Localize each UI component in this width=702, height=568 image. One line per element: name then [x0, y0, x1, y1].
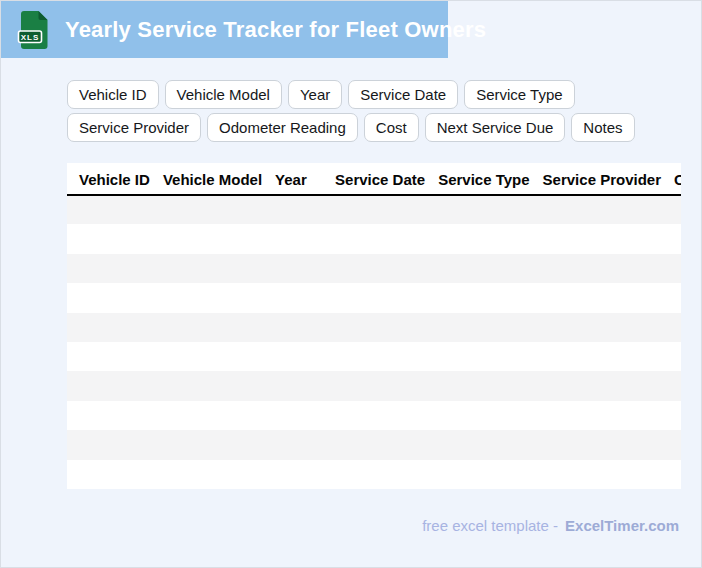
table-cell	[329, 430, 432, 459]
table-row	[67, 254, 681, 283]
column-header: Odometer Reading	[668, 163, 682, 195]
table-cell	[156, 224, 268, 253]
table-row	[67, 342, 681, 371]
table-cell	[432, 224, 536, 253]
table-row	[67, 224, 681, 253]
table-cell	[668, 313, 682, 342]
table-cell	[269, 401, 329, 430]
table-cell	[329, 401, 432, 430]
table-row	[67, 401, 681, 430]
footer-text: free excel template -	[422, 517, 558, 534]
table-cell	[67, 195, 156, 224]
table-cell	[329, 195, 432, 224]
table-cell	[67, 254, 156, 283]
field-chips: Vehicle IDVehicle ModelYearService DateS…	[67, 80, 689, 142]
table-cell	[269, 430, 329, 459]
table-cell	[536, 195, 667, 224]
table-cell	[156, 254, 268, 283]
table-cell	[156, 460, 268, 489]
field-chip[interactable]: Vehicle Model	[165, 80, 282, 109]
field-chip[interactable]: Service Provider	[67, 113, 201, 142]
table-cell	[536, 460, 667, 489]
table-cell	[269, 371, 329, 400]
table-cell	[432, 254, 536, 283]
field-chip[interactable]: Cost	[364, 113, 419, 142]
table-cell	[156, 195, 268, 224]
table-cell	[668, 195, 682, 224]
column-header: Service Provider	[536, 163, 667, 195]
table-cell	[67, 460, 156, 489]
table-cell	[536, 283, 667, 312]
table-cell	[536, 371, 667, 400]
table-cell	[329, 313, 432, 342]
table-row	[67, 460, 681, 489]
table-cell	[536, 313, 667, 342]
template-preview-page: XLS Yearly Service Tracker for Fleet Own…	[0, 0, 702, 568]
field-chip[interactable]: Notes	[571, 113, 634, 142]
field-chip[interactable]: Service Date	[348, 80, 458, 109]
table-cell	[668, 254, 682, 283]
xls-icon-label: XLS	[21, 33, 40, 42]
table-cell	[156, 430, 268, 459]
header-bar: XLS Yearly Service Tracker for Fleet Own…	[1, 1, 448, 58]
field-chip[interactable]: Vehicle ID	[67, 80, 159, 109]
table-cell	[536, 342, 667, 371]
table-cell	[67, 371, 156, 400]
page-title: Yearly Service Tracker for Fleet Owners	[65, 17, 486, 43]
table-cell	[668, 224, 682, 253]
table-cell	[432, 342, 536, 371]
table-cell	[329, 342, 432, 371]
table-cell	[668, 460, 682, 489]
table-cell	[67, 224, 156, 253]
table-cell	[329, 224, 432, 253]
table-cell	[329, 254, 432, 283]
table-cell	[269, 342, 329, 371]
table-cell	[67, 401, 156, 430]
column-header: Service Date	[329, 163, 432, 195]
table-cell	[269, 195, 329, 224]
table-row	[67, 430, 681, 459]
table-cell	[432, 371, 536, 400]
table-cell	[329, 460, 432, 489]
table-cell	[536, 401, 667, 430]
table-cell	[432, 283, 536, 312]
table-cell	[432, 430, 536, 459]
table-row	[67, 195, 681, 224]
table-cell	[269, 224, 329, 253]
table-cell	[156, 401, 268, 430]
table-cell	[67, 430, 156, 459]
table-cell	[432, 460, 536, 489]
column-header: Vehicle ID	[67, 163, 156, 195]
service-table-grid: Vehicle IDVehicle ModelYearService DateS…	[67, 163, 681, 489]
table-cell	[156, 313, 268, 342]
table-cell	[67, 342, 156, 371]
table-row	[67, 283, 681, 312]
table-cell	[668, 283, 682, 312]
table-cell	[536, 254, 667, 283]
table-cell	[536, 224, 667, 253]
table-cell	[329, 371, 432, 400]
xls-file-icon: XLS	[17, 10, 51, 50]
table-cell	[432, 195, 536, 224]
table-row	[67, 313, 681, 342]
table-cell	[329, 283, 432, 312]
table-cell	[432, 401, 536, 430]
field-chip[interactable]: Odometer Reading	[207, 113, 358, 142]
field-chip[interactable]: Service Type	[464, 80, 574, 109]
brand-link[interactable]: ExcelTimer.com	[565, 517, 679, 534]
field-chip[interactable]: Next Service Due	[425, 113, 566, 142]
service-table: Vehicle IDVehicle ModelYearService DateS…	[67, 163, 681, 492]
table-cell	[269, 254, 329, 283]
table-cell	[156, 342, 268, 371]
table-cell	[668, 342, 682, 371]
table-cell	[156, 371, 268, 400]
table-cell	[536, 430, 667, 459]
table-body	[67, 195, 681, 489]
table-cell	[67, 283, 156, 312]
table-cell	[269, 460, 329, 489]
table-row	[67, 371, 681, 400]
table-cell	[668, 401, 682, 430]
table-cell	[156, 283, 268, 312]
table-cell	[269, 283, 329, 312]
field-chip[interactable]: Year	[288, 80, 342, 109]
